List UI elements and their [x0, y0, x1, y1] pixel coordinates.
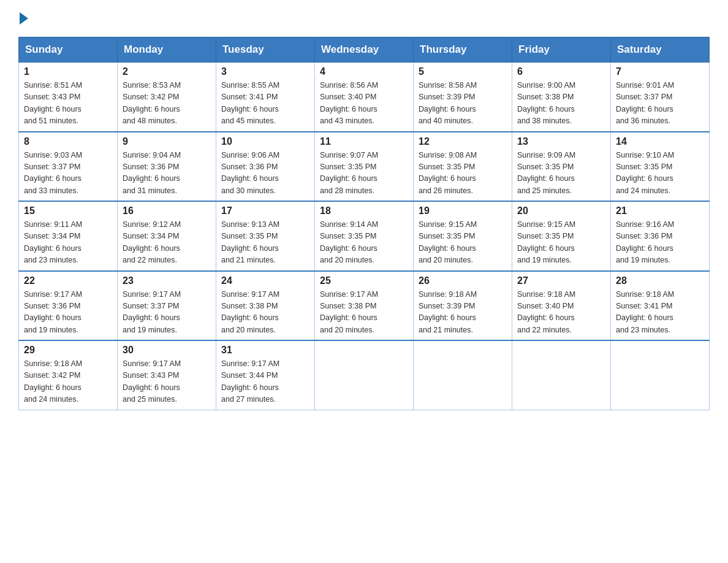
week-row-1: 1 Sunrise: 8:51 AMSunset: 3:43 PMDayligh… — [19, 63, 710, 132]
day-info: Sunrise: 8:51 AMSunset: 3:43 PMDaylight:… — [24, 80, 112, 128]
day-info: Sunrise: 9:12 AMSunset: 3:34 PMDaylight:… — [123, 219, 211, 267]
day-number: 2 — [123, 66, 211, 77]
column-header-saturday: Saturday — [611, 37, 710, 63]
calendar-cell: 7 Sunrise: 9:01 AMSunset: 3:37 PMDayligh… — [611, 63, 710, 132]
week-row-4: 22 Sunrise: 9:17 AMSunset: 3:36 PMDaylig… — [19, 271, 710, 341]
day-number: 16 — [123, 205, 211, 216]
day-number: 17 — [221, 205, 309, 216]
calendar-cell — [512, 340, 611, 410]
calendar-cell: 19 Sunrise: 9:15 AMSunset: 3:35 PMDaylig… — [414, 201, 512, 271]
day-info: Sunrise: 9:18 AMSunset: 3:42 PMDaylight:… — [24, 358, 112, 406]
day-number: 21 — [616, 205, 704, 216]
day-number: 10 — [221, 136, 309, 147]
day-number: 31 — [221, 345, 309, 356]
logo-blue-part — [18, 12, 28, 25]
column-header-thursday: Thursday — [414, 37, 512, 63]
calendar-cell: 18 Sunrise: 9:14 AMSunset: 3:35 PMDaylig… — [315, 201, 414, 271]
calendar-cell: 8 Sunrise: 9:03 AMSunset: 3:37 PMDayligh… — [19, 132, 118, 202]
day-number: 6 — [517, 66, 605, 77]
day-number: 8 — [24, 136, 112, 147]
calendar-cell: 5 Sunrise: 8:58 AMSunset: 3:39 PMDayligh… — [414, 63, 512, 132]
day-info: Sunrise: 9:18 AMSunset: 3:40 PMDaylight:… — [517, 289, 605, 337]
calendar-cell: 25 Sunrise: 9:17 AMSunset: 3:38 PMDaylig… — [315, 271, 414, 341]
calendar-cell: 2 Sunrise: 8:53 AMSunset: 3:42 PMDayligh… — [118, 63, 216, 132]
calendar-cell — [414, 340, 512, 410]
logo-arrow-icon — [20, 12, 28, 25]
calendar-cell: 28 Sunrise: 9:18 AMSunset: 3:41 PMDaylig… — [611, 271, 710, 341]
column-header-friday: Friday — [512, 37, 611, 63]
day-number: 30 — [123, 345, 211, 356]
day-number: 4 — [320, 66, 408, 77]
day-number: 3 — [221, 66, 309, 77]
day-info: Sunrise: 9:11 AMSunset: 3:34 PMDaylight:… — [24, 219, 112, 267]
week-row-5: 29 Sunrise: 9:18 AMSunset: 3:42 PMDaylig… — [19, 340, 710, 410]
day-number: 27 — [517, 275, 605, 286]
calendar-cell: 14 Sunrise: 9:10 AMSunset: 3:35 PMDaylig… — [611, 132, 710, 202]
day-number: 9 — [123, 136, 211, 147]
calendar-cell: 20 Sunrise: 9:15 AMSunset: 3:35 PMDaylig… — [512, 201, 611, 271]
calendar-cell: 22 Sunrise: 9:17 AMSunset: 3:36 PMDaylig… — [19, 271, 118, 341]
day-number: 26 — [419, 275, 507, 286]
day-number: 25 — [320, 275, 408, 286]
calendar-cell: 23 Sunrise: 9:17 AMSunset: 3:37 PMDaylig… — [118, 271, 216, 341]
day-number: 19 — [419, 205, 507, 216]
day-info: Sunrise: 9:17 AMSunset: 3:36 PMDaylight:… — [24, 289, 112, 337]
column-header-wednesday: Wednesday — [315, 37, 414, 63]
day-number: 22 — [24, 275, 112, 286]
calendar-cell: 15 Sunrise: 9:11 AMSunset: 3:34 PMDaylig… — [19, 201, 118, 271]
day-number: 29 — [24, 345, 112, 356]
day-info: Sunrise: 9:13 AMSunset: 3:35 PMDaylight:… — [221, 219, 309, 267]
calendar-cell: 12 Sunrise: 9:08 AMSunset: 3:35 PMDaylig… — [414, 132, 512, 202]
day-info: Sunrise: 9:00 AMSunset: 3:38 PMDaylight:… — [517, 80, 605, 128]
day-info: Sunrise: 9:14 AMSunset: 3:35 PMDaylight:… — [320, 219, 408, 267]
day-number: 23 — [123, 275, 211, 286]
calendar-cell — [611, 340, 710, 410]
day-info: Sunrise: 8:53 AMSunset: 3:42 PMDaylight:… — [123, 80, 211, 128]
calendar-cell: 30 Sunrise: 9:17 AMSunset: 3:43 PMDaylig… — [118, 340, 216, 410]
day-info: Sunrise: 9:17 AMSunset: 3:44 PMDaylight:… — [221, 358, 309, 406]
day-number: 1 — [24, 66, 112, 77]
day-info: Sunrise: 9:06 AMSunset: 3:36 PMDaylight:… — [221, 150, 309, 197]
calendar-cell: 29 Sunrise: 9:18 AMSunset: 3:42 PMDaylig… — [19, 340, 118, 410]
day-info: Sunrise: 8:58 AMSunset: 3:39 PMDaylight:… — [419, 80, 507, 128]
calendar-cell: 21 Sunrise: 9:16 AMSunset: 3:36 PMDaylig… — [611, 201, 710, 271]
day-number: 15 — [24, 205, 112, 216]
day-number: 12 — [419, 136, 507, 147]
day-info: Sunrise: 9:09 AMSunset: 3:35 PMDaylight:… — [517, 150, 605, 197]
calendar-cell: 27 Sunrise: 9:18 AMSunset: 3:40 PMDaylig… — [512, 271, 611, 341]
day-info: Sunrise: 9:10 AMSunset: 3:35 PMDaylight:… — [616, 150, 704, 197]
calendar-cell: 3 Sunrise: 8:55 AMSunset: 3:41 PMDayligh… — [216, 63, 315, 132]
day-info: Sunrise: 9:15 AMSunset: 3:35 PMDaylight:… — [419, 219, 507, 267]
day-info: Sunrise: 9:17 AMSunset: 3:43 PMDaylight:… — [123, 358, 211, 406]
day-info: Sunrise: 9:18 AMSunset: 3:39 PMDaylight:… — [419, 289, 507, 337]
day-info: Sunrise: 9:18 AMSunset: 3:41 PMDaylight:… — [616, 289, 704, 337]
page-header — [18, 12, 710, 25]
day-info: Sunrise: 9:16 AMSunset: 3:36 PMDaylight:… — [616, 219, 704, 267]
logo — [18, 12, 28, 25]
calendar-cell: 11 Sunrise: 9:07 AMSunset: 3:35 PMDaylig… — [315, 132, 414, 202]
day-info: Sunrise: 9:04 AMSunset: 3:36 PMDaylight:… — [123, 150, 211, 197]
day-info: Sunrise: 9:01 AMSunset: 3:37 PMDaylight:… — [616, 80, 704, 128]
calendar-cell: 6 Sunrise: 9:00 AMSunset: 3:38 PMDayligh… — [512, 63, 611, 132]
calendar-cell: 31 Sunrise: 9:17 AMSunset: 3:44 PMDaylig… — [216, 340, 315, 410]
day-number: 24 — [221, 275, 309, 286]
day-number: 18 — [320, 205, 408, 216]
day-number: 5 — [419, 66, 507, 77]
day-number: 11 — [320, 136, 408, 147]
day-info: Sunrise: 8:55 AMSunset: 3:41 PMDaylight:… — [221, 80, 309, 128]
day-info: Sunrise: 9:07 AMSunset: 3:35 PMDaylight:… — [320, 150, 408, 197]
calendar-cell: 10 Sunrise: 9:06 AMSunset: 3:36 PMDaylig… — [216, 132, 315, 202]
calendar-cell: 4 Sunrise: 8:56 AMSunset: 3:40 PMDayligh… — [315, 63, 414, 132]
day-info: Sunrise: 9:17 AMSunset: 3:38 PMDaylight:… — [320, 289, 408, 337]
day-info: Sunrise: 9:03 AMSunset: 3:37 PMDaylight:… — [24, 150, 112, 197]
column-header-monday: Monday — [118, 37, 216, 63]
day-number: 7 — [616, 66, 704, 77]
calendar-cell: 24 Sunrise: 9:17 AMSunset: 3:38 PMDaylig… — [216, 271, 315, 341]
day-info: Sunrise: 9:15 AMSunset: 3:35 PMDaylight:… — [517, 219, 605, 267]
calendar-cell — [315, 340, 414, 410]
calendar-cell: 17 Sunrise: 9:13 AMSunset: 3:35 PMDaylig… — [216, 201, 315, 271]
week-row-3: 15 Sunrise: 9:11 AMSunset: 3:34 PMDaylig… — [19, 201, 710, 271]
calendar-cell: 16 Sunrise: 9:12 AMSunset: 3:34 PMDaylig… — [118, 201, 216, 271]
day-number: 14 — [616, 136, 704, 147]
week-row-2: 8 Sunrise: 9:03 AMSunset: 3:37 PMDayligh… — [19, 132, 710, 202]
